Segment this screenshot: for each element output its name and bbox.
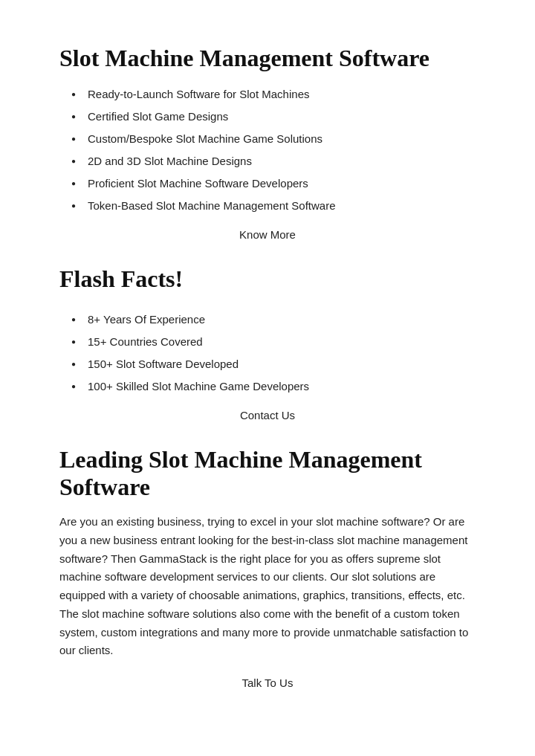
list-item: 100+ Skilled Slot Machine Game Developer…: [71, 378, 476, 395]
list-item: Ready-to-Launch Software for Slot Machin…: [71, 85, 476, 103]
flash-facts-title: Flash Facts!: [59, 265, 476, 293]
list-item: 8+ Years Of Experience: [71, 311, 476, 329]
list-item: Proficient Slot Machine Software Develop…: [71, 175, 476, 193]
know-more-link[interactable]: Know More: [239, 228, 296, 241]
list-item: Token-Based Slot Machine Management Soft…: [71, 197, 476, 215]
list-item: 150+ Slot Software Developed: [71, 355, 476, 373]
flash-facts-bullet-list: 8+ Years Of Experience15+ Countries Cove…: [71, 311, 476, 395]
slot-machine-section: Slot Machine Management Software Ready-t…: [59, 45, 476, 242]
list-item: 15+ Countries Covered: [71, 333, 476, 351]
leading-section: Leading Slot Machine Management Software…: [59, 446, 476, 690]
list-item: Certified Slot Game Designs: [71, 108, 476, 126]
list-item: Custom/Bespoke Slot Machine Game Solutio…: [71, 130, 476, 148]
talk-to-us-link[interactable]: Talk To Us: [242, 676, 294, 689]
slot-machine-bullet-list: Ready-to-Launch Software for Slot Machin…: [71, 85, 476, 215]
flash-facts-section: Flash Facts! 8+ Years Of Experience15+ C…: [59, 265, 476, 422]
leading-title: Leading Slot Machine Management Software: [59, 446, 476, 501]
know-more-link-container: Know More: [59, 228, 476, 242]
contact-us-link[interactable]: Contact Us: [240, 409, 295, 421]
list-item: 2D and 3D Slot Machine Designs: [71, 152, 476, 170]
contact-us-link-container: Contact Us: [59, 409, 476, 422]
leading-body-text: Are you an existing business, trying to …: [59, 513, 476, 660]
slot-machine-title: Slot Machine Management Software: [59, 45, 476, 72]
talk-to-us-link-container: Talk To Us: [59, 676, 476, 690]
